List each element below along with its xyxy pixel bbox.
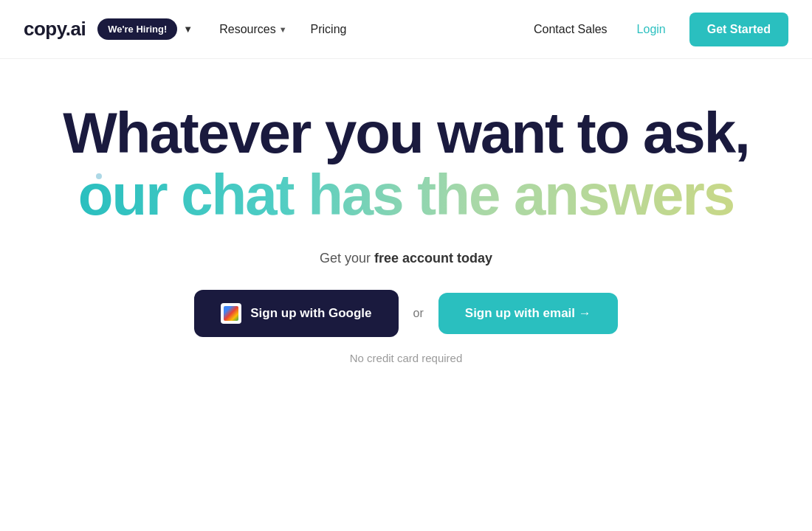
email-signup-button[interactable]: Sign up with email → bbox=[438, 293, 618, 334]
contact-sales-link[interactable]: Contact Sales bbox=[522, 17, 619, 42]
decorative-dot bbox=[96, 173, 102, 179]
pricing-nav-link[interactable]: Pricing bbox=[302, 17, 356, 42]
get-started-button[interactable]: Get Started bbox=[689, 13, 788, 46]
hiring-chevron-icon[interactable]: ▼ bbox=[183, 24, 193, 35]
google-signup-button[interactable]: Sign up with Google bbox=[194, 290, 398, 337]
resources-nav-link[interactable]: Resources ▼ bbox=[210, 17, 295, 42]
hero-heading-line2: our chat has the answers bbox=[78, 164, 734, 227]
hero-heading-line1: Whatever you want to ask, bbox=[63, 103, 749, 164]
google-icon-inner bbox=[224, 306, 238, 321]
hero-section: Whatever you want to ask, our chat has t… bbox=[0, 59, 812, 394]
hiring-badge[interactable]: We're Hiring! bbox=[97, 18, 177, 40]
hero-subtitle: Get your free account today bbox=[320, 251, 492, 266]
logo[interactable]: copy.ai bbox=[24, 18, 86, 41]
hero-subtitle-bold: free account today bbox=[374, 251, 492, 266]
resources-chevron-icon: ▼ bbox=[279, 25, 287, 34]
google-icon bbox=[221, 303, 241, 324]
navbar: copy.ai We're Hiring! ▼ Resources ▼ Pric… bbox=[0, 0, 812, 59]
no-credit-card-text: No credit card required bbox=[350, 352, 463, 364]
or-divider: or bbox=[413, 307, 424, 320]
cta-row: Sign up with Google or Sign up with emai… bbox=[194, 290, 618, 337]
login-link[interactable]: Login bbox=[625, 17, 678, 42]
